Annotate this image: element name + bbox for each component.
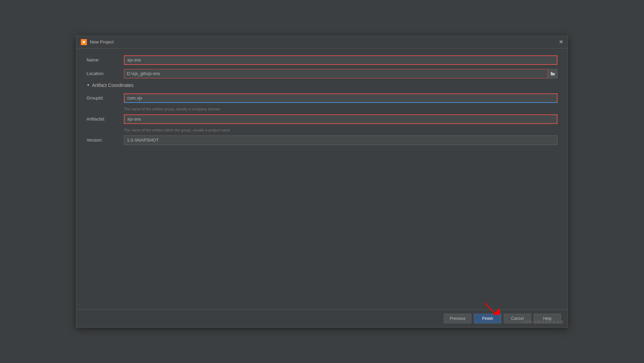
version-row: Version:: [87, 135, 557, 145]
groupid-input[interactable]: [124, 93, 557, 103]
svg-rect-3: [83, 41, 85, 43]
title-bar-left: New Project: [80, 39, 114, 46]
previous-button[interactable]: Previous: [444, 314, 471, 323]
artifact-section-header: ▼ Artifact Coordinates: [87, 83, 557, 88]
watermark: CSDN @要学就学灰太狼: [522, 320, 564, 325]
name-input[interactable]: [124, 55, 557, 65]
artifact-section-title: Artifact Coordinates: [92, 83, 134, 88]
collapse-arrow-icon[interactable]: ▼: [87, 83, 90, 87]
close-button[interactable]: ✕: [558, 39, 564, 45]
dialog-footer: Previous Finish Cancel Help CSDN @要学就学灰太…: [76, 309, 568, 327]
groupid-row: GroupId:: [87, 93, 557, 103]
artifactid-input[interactable]: [124, 114, 557, 124]
version-label: Version:: [87, 138, 124, 143]
groupid-label: GroupId:: [87, 95, 124, 101]
artifactid-input-wrapper: [124, 114, 557, 124]
location-wrapper: [124, 69, 557, 78]
app-icon: [80, 39, 87, 46]
dialog-content: Name: Location: ▼ Artifact Coordinates: [76, 49, 568, 309]
artifactid-label: ArtifactId:: [87, 116, 124, 122]
dialog-title: New Project: [90, 39, 114, 44]
svg-rect-5: [551, 72, 552, 73]
artifactid-row: ArtifactId:: [87, 114, 557, 124]
new-project-dialog: New Project ✕ Name: Location:: [76, 36, 568, 328]
arrow-indicator: [481, 300, 501, 321]
name-input-wrapper: [124, 55, 557, 65]
title-bar: New Project ✕: [76, 36, 568, 49]
name-label: Name:: [87, 57, 124, 62]
name-row: Name:: [87, 55, 557, 65]
svg-line-6: [485, 303, 496, 315]
groupid-input-wrapper: [124, 93, 557, 103]
groupid-hint: The name of the artifact group, usually …: [124, 107, 557, 111]
location-row: Location:: [87, 69, 557, 78]
version-input[interactable]: [124, 135, 557, 145]
location-label: Location:: [87, 71, 124, 76]
artifactid-hint: The name of the artifact within the grou…: [124, 128, 557, 132]
svg-marker-7: [493, 308, 500, 315]
browse-button[interactable]: [548, 69, 557, 78]
version-input-wrapper: [124, 135, 557, 145]
location-input[interactable]: [124, 69, 548, 78]
svg-rect-4: [551, 73, 555, 75]
